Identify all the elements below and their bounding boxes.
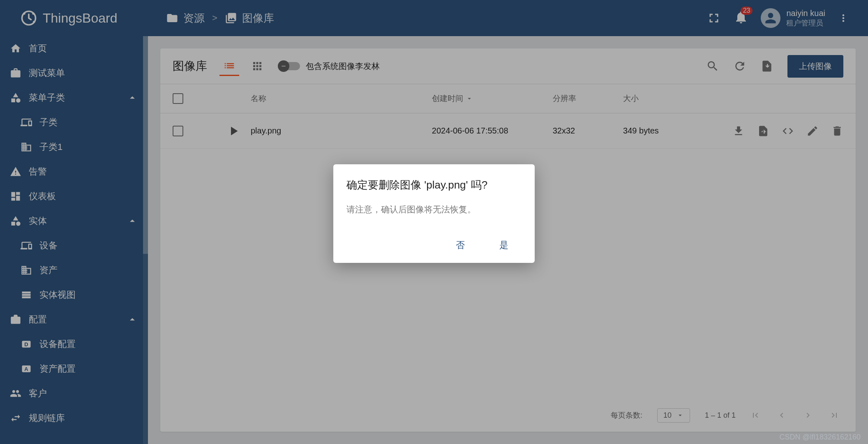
- confirm-dialog: 确定要删除图像 'play.png' 吗? 请注意，确认后图像将无法恢复。 否 …: [333, 164, 535, 263]
- dialog-yes-button[interactable]: 是: [494, 236, 513, 255]
- watermark: CSDN @lfl18326162160: [780, 433, 861, 442]
- dialog-title: 确定要删除图像 'play.png' 吗?: [346, 177, 522, 192]
- dialog-no-button[interactable]: 否: [451, 236, 470, 255]
- modal-overlay[interactable]: 确定要删除图像 'play.png' 吗? 请注意，确认后图像将无法恢复。 否 …: [0, 0, 868, 444]
- dialog-message: 请注意，确认后图像将无法恢复。: [346, 204, 522, 215]
